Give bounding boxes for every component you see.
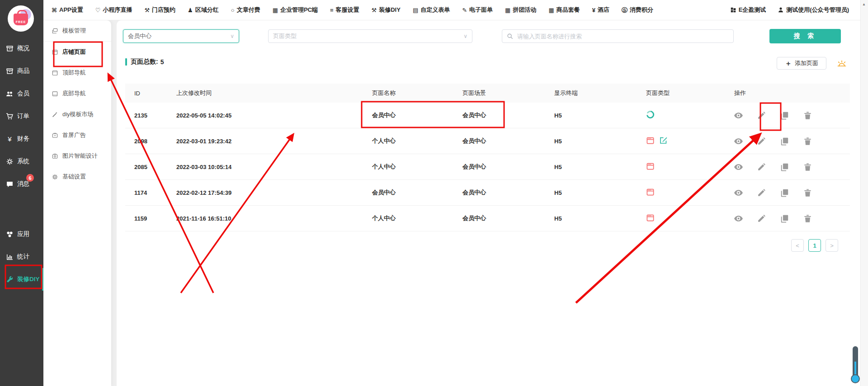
top-navigation: ⌘APP设置♡小程序直播⚒门店预约♟区域分红○文章付费▦企业管理PC端≡客服设置… bbox=[52, 6, 653, 14]
chat-icon bbox=[6, 180, 14, 188]
eye-button-icon[interactable] bbox=[734, 163, 743, 171]
topnav-item-11[interactable]: ▦商品套餐 bbox=[548, 6, 580, 14]
sidebar-item-6[interactable]: 消息6 bbox=[0, 173, 43, 195]
submenu-item-6[interactable]: 图片智能设计 bbox=[43, 146, 111, 166]
alarm-bell-icon[interactable] bbox=[836, 58, 847, 69]
topnav-item-5[interactable]: ▦企业管理PC端 bbox=[273, 6, 318, 14]
submenu-item-1[interactable]: 店铺页面 bbox=[43, 42, 111, 62]
sidebar-item-label: 系统 bbox=[17, 157, 29, 165]
page-scene-select[interactable]: 会员中心 ∨ bbox=[123, 29, 239, 43]
app-logo[interactable]: FREE bbox=[8, 5, 34, 32]
topnav-item-9[interactable]: ✎电子面单 bbox=[462, 6, 493, 14]
column-header: ID bbox=[134, 90, 176, 97]
topnav-item-6[interactable]: ≡客服设置 bbox=[330, 6, 359, 14]
current-user-item[interactable]: 测试使用(公众号管理员) bbox=[778, 6, 849, 14]
eye-button-icon[interactable] bbox=[734, 188, 743, 197]
list-icon: ≡ bbox=[330, 7, 334, 13]
sidebar-item-9[interactable]: 装修DIY bbox=[0, 268, 43, 291]
sidebar-item-3[interactable]: 订单 bbox=[0, 105, 43, 127]
swirl-icon bbox=[646, 110, 655, 120]
eye-button-icon[interactable] bbox=[734, 214, 743, 223]
trash-button-icon[interactable] bbox=[803, 137, 812, 146]
topnav-item-13[interactable]: Ⓢ消费积分 bbox=[622, 6, 653, 14]
topnav-item-label: 拼团活动 bbox=[513, 6, 536, 14]
copy-button-icon[interactable] bbox=[780, 111, 789, 120]
pencil-button-icon[interactable] bbox=[757, 163, 766, 171]
sidebar-menu: 概况商品会员订单¥财务系统消息6应用统计装修DIY bbox=[0, 37, 43, 291]
calendar-icon bbox=[646, 136, 655, 146]
table-row-1159: 11592021-11-16 16:51:10个人中心会员中心H5 bbox=[125, 206, 850, 231]
trash-button-icon[interactable] bbox=[803, 214, 812, 223]
submenu-item-5[interactable]: 首屏广告 bbox=[43, 125, 111, 146]
copy-button-icon[interactable] bbox=[780, 214, 789, 223]
pencil-button-icon[interactable] bbox=[757, 214, 766, 223]
trash-button-icon[interactable] bbox=[803, 163, 812, 171]
topnav-item-7[interactable]: ⚒装修DIY bbox=[372, 6, 401, 14]
topnav-item-1[interactable]: ♡小程序直播 bbox=[95, 6, 132, 14]
topnav-item-8[interactable]: ▤自定义表单 bbox=[413, 6, 450, 14]
topnav-item-label: 酒店 bbox=[598, 6, 609, 14]
grid-icon bbox=[730, 7, 736, 13]
submenu-item-7[interactable]: 基础设置 bbox=[43, 166, 111, 187]
sidebar-item-7[interactable]: 应用 bbox=[0, 223, 43, 245]
topnav-item-3[interactable]: ♟区域分红 bbox=[188, 6, 219, 14]
search-button[interactable]: 搜 索 bbox=[769, 29, 841, 43]
search-input[interactable] bbox=[516, 33, 729, 40]
trash-button-icon[interactable] bbox=[803, 188, 812, 197]
pagination-prev-button[interactable]: < bbox=[791, 239, 804, 252]
copy-button-icon[interactable] bbox=[780, 137, 789, 146]
page-type-select[interactable]: 页面类型 ∨ bbox=[268, 29, 472, 43]
submenu-item-3[interactable]: 底部导航 bbox=[43, 83, 111, 104]
sidebar-item-2[interactable]: 会员 bbox=[0, 82, 43, 105]
trash-button-icon[interactable] bbox=[803, 111, 812, 120]
pagination-next-button[interactable]: > bbox=[826, 239, 838, 252]
copy-button-icon[interactable] bbox=[780, 188, 789, 197]
cell-terminal: H5 bbox=[554, 164, 646, 170]
submenu-item-0[interactable]: 模板管理 bbox=[43, 20, 111, 42]
table-row-2135: 21352022-05-05 14:02:45会员中心会员中心H5 bbox=[125, 103, 850, 128]
topnav-item-label: 客服设置 bbox=[336, 6, 359, 14]
yen-icon: ¥ bbox=[592, 7, 595, 13]
eye-button-icon[interactable] bbox=[734, 111, 743, 120]
header-right-group: E企盈测试测试使用(公众号管理员) bbox=[730, 6, 849, 14]
topnav-item-4[interactable]: ○文章付费 bbox=[231, 6, 260, 14]
merchant-name-item[interactable]: E企盈测试 bbox=[730, 6, 766, 14]
copy-button-icon[interactable] bbox=[780, 163, 789, 171]
sidebar-item-0[interactable]: 概况 bbox=[0, 37, 43, 60]
sidebar-item-5[interactable]: 系统 bbox=[0, 150, 43, 173]
eye-button-icon[interactable] bbox=[734, 137, 743, 146]
header-right-label: E企盈测试 bbox=[739, 6, 766, 14]
bottom-nav-icon bbox=[52, 90, 58, 97]
add-page-button[interactable]: ＋ 添加页面 bbox=[777, 57, 826, 70]
circle-icon: ○ bbox=[231, 7, 235, 13]
submenu-item-4[interactable]: diy模板市场 bbox=[43, 104, 111, 125]
page-total-label: 页面总数: bbox=[131, 58, 158, 66]
pencil-button-icon[interactable] bbox=[757, 111, 766, 120]
cell-operations bbox=[734, 214, 850, 223]
scrollbar[interactable]: ▲ bbox=[860, 0, 868, 386]
scroll-up-arrow-icon[interactable]: ▲ bbox=[862, 2, 866, 6]
table-body: 21352022-05-05 14:02:45会员中心会员中心H52098202… bbox=[125, 103, 850, 231]
cell-terminal: H5 bbox=[554, 138, 646, 145]
thermometer-widget[interactable] bbox=[850, 346, 860, 386]
sidebar-item-label: 订单 bbox=[17, 112, 29, 120]
column-header: 显示终端 bbox=[554, 89, 646, 97]
submenu-item-2[interactable]: 顶部导航 bbox=[43, 62, 111, 83]
topnav-item-10[interactable]: ▦拼团活动 bbox=[505, 6, 536, 14]
topnav-item-2[interactable]: ⚒门店预约 bbox=[144, 6, 175, 14]
page-search-box bbox=[502, 29, 734, 43]
submenu-item-label: 顶部导航 bbox=[62, 69, 86, 77]
pagination-page-1[interactable]: 1 bbox=[808, 239, 821, 252]
sidebar-item-4[interactable]: ¥财务 bbox=[0, 127, 43, 150]
calendar-icon bbox=[646, 162, 655, 172]
submenu-item-label: 图片智能设计 bbox=[62, 152, 98, 160]
page-total-count: 5 bbox=[160, 58, 164, 66]
cell-id: 1174 bbox=[134, 189, 176, 196]
sidebar-item-1[interactable]: 商品 bbox=[0, 60, 43, 82]
topnav-item-12[interactable]: ¥酒店 bbox=[592, 6, 609, 14]
sidebar-item-8[interactable]: 统计 bbox=[0, 245, 43, 268]
pencil-button-icon[interactable] bbox=[757, 137, 766, 146]
topnav-item-0[interactable]: ⌘APP设置 bbox=[52, 6, 83, 14]
cell-modified: 2022-05-05 14:02:45 bbox=[176, 112, 372, 119]
pencil-button-icon[interactable] bbox=[757, 188, 766, 197]
